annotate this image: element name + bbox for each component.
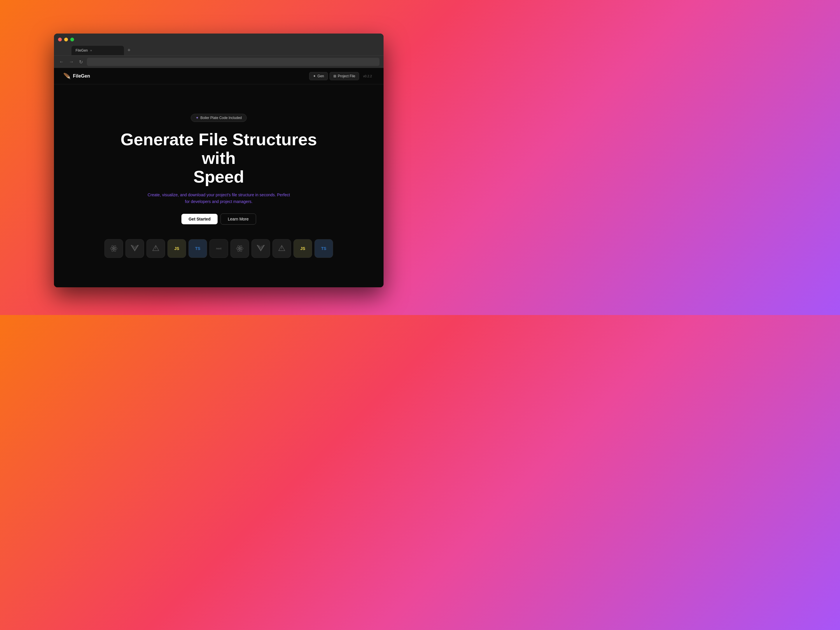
new-tab-button[interactable]: +	[125, 47, 133, 54]
tab-label: FileGen	[76, 48, 88, 52]
forward-button[interactable]: →	[68, 58, 75, 66]
tech-icon-vite-2	[272, 239, 291, 258]
logo-text-normal: File	[73, 74, 81, 79]
maximize-button[interactable]	[70, 38, 74, 41]
app-nav: 🪶 FileGen ✦ Gen ⊞ Project File v0.2.2	[54, 68, 384, 84]
hero-title-line3: Speed	[193, 167, 244, 186]
app-logo: 🪶 FileGen	[63, 73, 90, 80]
gen-button[interactable]: ✦ Gen	[309, 72, 328, 80]
logo-icon: 🪶	[63, 73, 71, 80]
hero-title-line1: Generate File Structures	[120, 130, 317, 149]
nav-actions: ✦ Gen ⊞ Project File v0.2.2	[309, 72, 374, 80]
tab-bar: FileGen × +	[54, 45, 384, 56]
tech-icons-row: JS TS next	[60, 239, 378, 258]
tech-icon-js-2: JS	[294, 239, 312, 258]
get-started-button[interactable]: Get Started	[182, 214, 217, 224]
version-label: v0.2.2	[361, 74, 374, 78]
browser-window: FileGen × + ← → ↻ 🪶 FileGen ✦ Gen	[54, 33, 384, 287]
minimize-button[interactable]	[64, 38, 68, 41]
project-file-icon: ⊞	[333, 74, 336, 78]
hero-section: ✦ Boiler Plate Code Included Generate Fi…	[54, 84, 384, 287]
logo-text-bold: Gen	[81, 74, 90, 79]
badge-icon: ✦	[196, 116, 199, 120]
hero-buttons: Get Started Learn More	[182, 213, 256, 224]
hero-title-line2: with	[202, 148, 236, 167]
tech-icon-vite-1	[147, 239, 165, 258]
project-file-label: Project File	[338, 74, 355, 78]
gen-label: Gen	[317, 74, 324, 78]
active-tab[interactable]: FileGen ×	[71, 46, 124, 55]
tech-icon-ts-2: TS	[314, 239, 333, 258]
tech-icon-react-2	[231, 239, 249, 258]
gen-icon: ✦	[313, 74, 316, 78]
browser-titlebar	[54, 33, 384, 45]
app-content: 🪶 FileGen ✦ Gen ⊞ Project File v0.2.2	[54, 68, 384, 287]
hero-badge: ✦ Boiler Plate Code Included	[191, 114, 247, 122]
back-button[interactable]: ←	[58, 58, 65, 66]
tab-close-icon[interactable]: ×	[90, 49, 92, 52]
hero-title: Generate File Structures with Speed	[120, 130, 317, 186]
svg-point-8	[239, 248, 241, 249]
close-button[interactable]	[58, 38, 62, 41]
learn-more-button[interactable]: Learn More	[221, 213, 256, 224]
tech-icon-vue-2	[251, 239, 270, 258]
refresh-button[interactable]: ↻	[78, 58, 84, 66]
svg-point-0	[113, 248, 115, 249]
tech-icon-js-1: JS	[167, 239, 186, 258]
tech-icon-vue-1	[125, 239, 144, 258]
badge-text: Boiler Plate Code Included	[201, 116, 242, 120]
project-file-button[interactable]: ⊞ Project File	[330, 72, 359, 80]
address-bar[interactable]	[87, 58, 379, 66]
hero-subtitle: Create, visualize, and download your pro…	[146, 192, 292, 205]
logo-text: FileGen	[73, 74, 90, 79]
tech-icon-ts-1: TS	[188, 239, 207, 258]
tech-icon-react-1	[104, 239, 123, 258]
tech-icon-next-1: next	[209, 239, 228, 258]
browser-toolbar: ← → ↻	[54, 56, 384, 68]
